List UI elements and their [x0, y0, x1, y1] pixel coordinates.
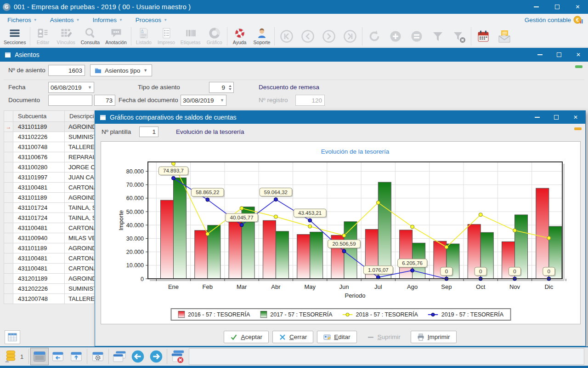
toolbar-button-mail-note[interactable] — [494, 26, 515, 47]
close-button[interactable]: ✕ — [567, 0, 588, 14]
descripcion-cell[interactable]: AGROINDU — [65, 243, 95, 253]
bottom-accent-strip — [0, 366, 588, 368]
subcuentas-table[interactable]: SubcuentaDescripció→431101189AGROINDU431… — [4, 110, 95, 304]
dock-left-button[interactable] — [49, 348, 67, 365]
subcuenta-cell[interactable]: 431100481 — [13, 183, 65, 193]
menu-item-informes[interactable]: Informes▼ — [92, 17, 122, 23]
asientos-tipo-button[interactable]: Asientos tipo ▼ — [90, 64, 152, 76]
fecha-select[interactable]: 06/08/2019 ▼ — [48, 82, 94, 93]
descripcion-cell[interactable]: CARTONAJ — [65, 183, 95, 193]
descripcion-cell[interactable]: CARTONAJ — [65, 253, 95, 264]
modal-maximize-button[interactable] — [547, 111, 566, 124]
subcuenta-cell[interactable]: 431100280 — [13, 162, 65, 172]
documento-num-input[interactable] — [94, 95, 115, 106]
dock-top-button[interactable] — [67, 348, 85, 365]
close-all-windows-button[interactable] — [169, 348, 187, 365]
table-row[interactable]: 431100481CARTONAJ — [4, 264, 95, 274]
subcuenta-cell[interactable]: 431102226 — [13, 132, 65, 142]
subcuenta-cell[interactable]: 431100676 — [13, 152, 65, 162]
subcuenta-cell[interactable]: 431202226 — [13, 284, 65, 294]
subcuenta-cell[interactable]: 431101724 — [13, 213, 65, 223]
descripcion-cell[interactable]: AGROINDU — [65, 274, 95, 284]
subcuenta-cell[interactable]: 431201189 — [13, 274, 65, 284]
subcuenta-cell[interactable]: 431101189 — [13, 243, 65, 253]
imprimir-button[interactable]: Imprimir — [411, 331, 457, 343]
documento-input[interactable] — [48, 95, 92, 106]
table-row[interactable]: 431100676REPARAUT — [4, 152, 95, 162]
asientos-minimize-button[interactable] — [530, 48, 549, 62]
descripcion-cell[interactable]: CARTONAJ — [65, 223, 95, 233]
window-settings-button[interactable] — [89, 348, 107, 365]
toolbar-button-soporte[interactable]: Soporte — [251, 26, 273, 47]
asientos-maximize-button[interactable] — [549, 48, 569, 62]
modal-minimize-button[interactable] — [527, 111, 547, 124]
descripcion-cell[interactable]: SUMINISTR — [65, 132, 95, 142]
n-asiento-input[interactable] — [48, 65, 85, 76]
subcuenta-cell[interactable]: 431100481 — [13, 253, 65, 264]
table-row[interactable]: 431102226SUMINISTR — [4, 132, 95, 142]
table-row[interactable]: 431101189AGROINDU — [4, 193, 95, 203]
toolbar-button-consulta[interactable]: Consulta — [78, 26, 102, 47]
table-row[interactable]: 431100280JORGE CAS — [4, 162, 95, 172]
table-row[interactable]: →431101189AGROINDU — [4, 122, 95, 132]
toolbar-button-anotación[interactable]: Anotación — [102, 26, 130, 47]
descripcion-cell[interactable]: TALLERES A — [65, 294, 95, 304]
subcuenta-cell[interactable]: 431101189 — [13, 122, 65, 132]
subcuenta-cell[interactable]: 431100481 — [13, 264, 65, 274]
subcuenta-cell[interactable]: 431100481 — [13, 223, 65, 233]
column-header-descripcion[interactable]: Descripció — [65, 111, 95, 122]
table-row[interactable]: 431101189AGROINDU — [4, 243, 95, 253]
table-row[interactable]: 431101724TAINLA, S.L — [4, 203, 95, 213]
table-row[interactable]: 431200748TALLERES A — [4, 294, 95, 304]
subcuenta-cell[interactable]: 431101724 — [13, 203, 65, 213]
subcuenta-cell[interactable]: 431101189 — [13, 193, 65, 203]
tipo-asiento-spinner[interactable]: 9 — [209, 82, 234, 93]
column-header-subcuenta[interactable]: Subcuenta — [13, 111, 65, 122]
plantilla-input[interactable] — [139, 126, 158, 137]
modal-close-button[interactable]: ✕ — [566, 111, 585, 124]
table-row[interactable]: 431100481CARTONAJ — [4, 223, 95, 233]
menu-item-procesos[interactable]: Procesos▼ — [136, 17, 167, 23]
descripcion-cell[interactable]: CARTONAJ — [65, 264, 95, 274]
active-window-button[interactable] — [30, 348, 49, 365]
subcuenta-cell[interactable]: 431100940 — [13, 233, 65, 243]
toolbar-button-secciones[interactable]: Secciones — [1, 26, 28, 47]
subcuenta-cell[interactable]: 431100748 — [13, 142, 65, 152]
descripcion-cell[interactable]: AGROINDU — [65, 122, 95, 132]
bar-green-marker-icon — [260, 311, 267, 318]
asientos-close-button[interactable]: ✕ — [569, 48, 588, 62]
window-list-button[interactable] — [110, 348, 129, 365]
menu-item-ficheros[interactable]: Ficheros▼ — [7, 17, 37, 23]
subcuenta-cell[interactable]: 431200748 — [13, 294, 65, 304]
table-row[interactable]: 431100748TALLERES A — [4, 142, 95, 152]
aceptar-button[interactable]: Aceptar — [224, 331, 269, 343]
table-row[interactable]: 431100481CARTONAJ — [4, 183, 95, 193]
toolbar-button-calendar[interactable] — [473, 26, 494, 47]
grid-view-button[interactable] — [5, 330, 20, 344]
descripcion-cell[interactable]: REPARAUT — [65, 152, 95, 162]
descripcion-cell[interactable]: MILAS VEST — [65, 233, 95, 243]
table-row[interactable]: 431201189AGROINDU — [4, 274, 95, 284]
menu-item-asientos[interactable]: Asientos▼ — [50, 17, 80, 23]
table-row[interactable]: 431101997JUAN CARL — [4, 172, 95, 183]
next-window-button[interactable] — [147, 348, 165, 365]
cerrar-button[interactable]: Cerrar — [272, 331, 313, 343]
table-row[interactable]: 431101724TAINLA, S.L — [4, 213, 95, 223]
subcuenta-cell[interactable]: 431101997 — [13, 172, 65, 183]
minimize-button[interactable] — [526, 0, 547, 14]
descripcion-cell[interactable]: TALLERES A — [65, 142, 95, 152]
descripcion-cell[interactable]: JORGE CAS — [65, 162, 95, 172]
descripcion-cell[interactable]: JUAN CARL — [65, 172, 95, 183]
fecha-documento-select[interactable]: 30/08/2019 ▼ — [181, 95, 226, 106]
descripcion-cell[interactable]: TAINLA, S.L — [65, 203, 95, 213]
table-row[interactable]: 431100940MILAS VEST — [4, 233, 95, 243]
editar-button[interactable]: Editar — [317, 331, 356, 343]
descripcion-cell[interactable]: AGROINDU — [65, 193, 95, 203]
table-row[interactable]: 431202226SUMINISTR — [4, 284, 95, 294]
table-row[interactable]: 431100481CARTONAJ — [4, 253, 95, 264]
descripcion-cell[interactable]: SUMINISTR — [65, 284, 95, 294]
descripcion-cell[interactable]: TAINLA, S.L — [65, 213, 95, 223]
maximize-button[interactable] — [547, 0, 567, 14]
toolbar-button-ayuda[interactable]: Ayuda — [229, 26, 251, 47]
previous-window-button[interactable] — [129, 348, 147, 365]
